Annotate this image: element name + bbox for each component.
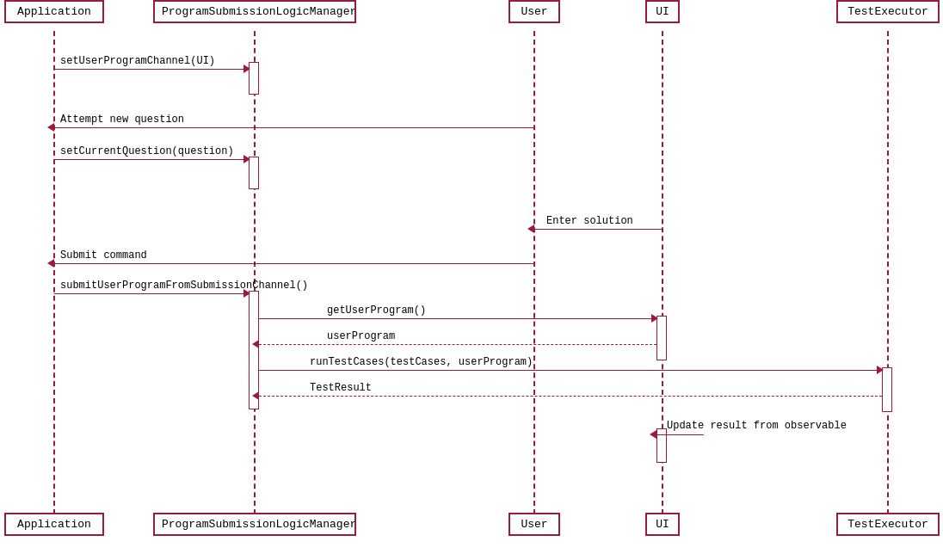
arrow-head-11 bbox=[650, 430, 656, 439]
arrow-label-4: Enter solution bbox=[546, 215, 633, 227]
arrow-line-4 bbox=[534, 229, 662, 230]
arrow-line-3 bbox=[54, 159, 249, 160]
lifeline-testexecutor bbox=[887, 31, 889, 514]
lifeline-user bbox=[533, 31, 535, 514]
arrow-head-9 bbox=[877, 366, 884, 374]
arrow-head-2 bbox=[47, 123, 54, 132]
arrow-line-9 bbox=[259, 370, 882, 371]
arrow-head-10 bbox=[252, 391, 259, 400]
arrow-label-8: userProgram bbox=[327, 330, 395, 342]
actor-pslm-top: ProgramSubmissionLogicManager bbox=[153, 0, 356, 23]
arrow-label-9: runTestCases(testCases, userProgram) bbox=[310, 356, 533, 368]
arrow-head-8 bbox=[252, 340, 259, 348]
actor-user-top: User bbox=[508, 0, 560, 23]
lifeline-pslm bbox=[254, 31, 256, 514]
arrow-head-7 bbox=[651, 314, 658, 323]
arrow-label-11: Update result from observable bbox=[667, 420, 847, 432]
arrow-head-1 bbox=[243, 65, 250, 73]
arrow-label-2: Attempt new question bbox=[60, 114, 184, 126]
arrow-label-3: setCurrentQuestion(question) bbox=[60, 145, 234, 157]
actor-application-top: Application bbox=[4, 0, 104, 23]
arrow-label-10: TestResult bbox=[310, 382, 372, 394]
activation-ui-2 bbox=[656, 428, 667, 463]
arrow-line-1 bbox=[54, 69, 249, 70]
arrow-label-1: setUserProgramChannel(UI) bbox=[60, 55, 215, 67]
arrow-line-8 bbox=[259, 344, 656, 345]
actor-application-bottom: Application bbox=[4, 513, 104, 536]
arrow-line-7 bbox=[259, 318, 656, 319]
arrow-line-5 bbox=[54, 263, 533, 264]
sequence-diagram: Application ProgramSubmissionLogicManage… bbox=[0, 0, 943, 560]
arrow-head-4 bbox=[527, 225, 534, 233]
actor-testexecutor-bottom: TestExecutor bbox=[836, 513, 940, 536]
actor-user-bottom: User bbox=[508, 513, 560, 536]
arrow-label-5: Submit command bbox=[60, 249, 147, 262]
actor-ui-bottom: UI bbox=[645, 513, 680, 536]
arrow-head-5 bbox=[47, 259, 54, 268]
arrow-line-2 bbox=[54, 127, 533, 128]
actor-ui-top: UI bbox=[645, 0, 680, 23]
arrow-label-6: submitUserProgramFromSubmissionChannel() bbox=[60, 280, 308, 292]
arrow-line-10 bbox=[259, 396, 882, 397]
arrow-line-11 bbox=[656, 434, 704, 435]
actor-pslm-bottom: ProgramSubmissionLogicManager bbox=[153, 513, 356, 536]
actor-testexecutor-top: TestExecutor bbox=[836, 0, 940, 23]
arrow-label-7: getUserProgram() bbox=[327, 305, 426, 317]
arrow-head-3 bbox=[243, 155, 250, 163]
arrow-line-6 bbox=[54, 293, 249, 294]
lifeline-application bbox=[53, 31, 55, 514]
